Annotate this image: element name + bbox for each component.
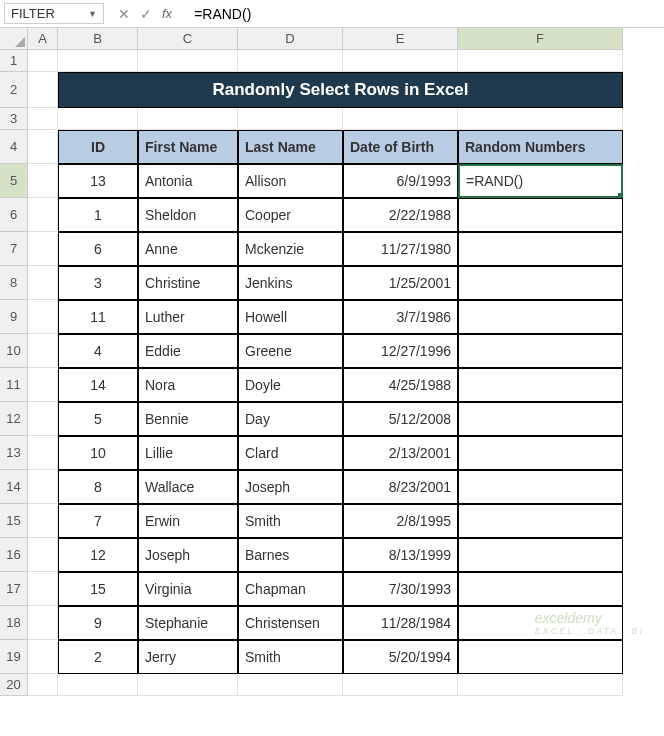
col-header-f[interactable]: F — [458, 28, 623, 50]
data-cell[interactable]: 1 — [58, 198, 138, 232]
data-cell[interactable]: Jenkins — [238, 266, 343, 300]
data-cell[interactable]: 12 — [58, 538, 138, 572]
cell[interactable] — [28, 164, 58, 198]
header-first[interactable]: First Name — [138, 130, 238, 164]
cell[interactable] — [28, 266, 58, 300]
row-header[interactable]: 20 — [0, 674, 28, 696]
data-cell[interactable]: Mckenzie — [238, 232, 343, 266]
data-cell[interactable]: Nora — [138, 368, 238, 402]
data-cell[interactable]: 6 — [58, 232, 138, 266]
data-cell[interactable]: Day — [238, 402, 343, 436]
data-cell[interactable]: Doyle — [238, 368, 343, 402]
cell[interactable] — [238, 108, 343, 130]
row-header[interactable]: 15 — [0, 504, 28, 538]
data-cell[interactable] — [458, 504, 623, 538]
cell[interactable] — [28, 538, 58, 572]
data-cell[interactable]: 8/13/1999 — [343, 538, 458, 572]
data-cell[interactable]: Christensen — [238, 606, 343, 640]
row-header[interactable]: 9 — [0, 300, 28, 334]
cell[interactable] — [343, 674, 458, 696]
data-cell[interactable] — [458, 232, 623, 266]
data-cell[interactable]: Joseph — [238, 470, 343, 504]
data-cell[interactable]: 10 — [58, 436, 138, 470]
data-cell[interactable] — [458, 436, 623, 470]
data-cell[interactable]: 2/22/1988 — [343, 198, 458, 232]
header-last[interactable]: Last Name — [238, 130, 343, 164]
data-cell[interactable]: Christine — [138, 266, 238, 300]
data-cell[interactable]: Allison — [238, 164, 343, 198]
data-cell[interactable] — [458, 402, 623, 436]
cell[interactable] — [28, 198, 58, 232]
cell[interactable] — [238, 50, 343, 72]
data-cell[interactable]: Jerry — [138, 640, 238, 674]
cell[interactable] — [28, 674, 58, 696]
data-cell[interactable]: Smith — [238, 640, 343, 674]
data-cell[interactable]: Joseph — [138, 538, 238, 572]
data-cell[interactable]: 7/30/1993 — [343, 572, 458, 606]
col-header-c[interactable]: C — [138, 28, 238, 50]
row-header[interactable]: 14 — [0, 470, 28, 504]
data-cell[interactable]: Erwin — [138, 504, 238, 538]
cell[interactable] — [28, 50, 58, 72]
data-cell[interactable] — [458, 334, 623, 368]
cell[interactable] — [458, 50, 623, 72]
row-header[interactable]: 18 — [0, 606, 28, 640]
cell[interactable] — [28, 368, 58, 402]
cell[interactable] — [28, 108, 58, 130]
accept-icon[interactable]: ✓ — [140, 6, 152, 22]
data-cell[interactable]: 4/25/1988 — [343, 368, 458, 402]
formula-input[interactable] — [188, 4, 664, 24]
row-header[interactable]: 2 — [0, 72, 28, 108]
fill-handle[interactable] — [618, 193, 623, 198]
cell[interactable] — [343, 50, 458, 72]
data-cell[interactable]: =RAND() — [458, 164, 623, 198]
data-cell[interactable]: 8 — [58, 470, 138, 504]
cell[interactable] — [28, 300, 58, 334]
data-cell[interactable]: 2/8/1995 — [343, 504, 458, 538]
data-cell[interactable]: 2 — [58, 640, 138, 674]
data-cell[interactable] — [458, 368, 623, 402]
data-cell[interactable] — [458, 198, 623, 232]
cell[interactable] — [58, 50, 138, 72]
cell[interactable] — [343, 108, 458, 130]
select-all-button[interactable] — [0, 28, 28, 50]
data-cell[interactable]: Cooper — [238, 198, 343, 232]
title-cell[interactable]: Randomly Select Rows in Excel — [58, 72, 623, 108]
data-cell[interactable]: Bennie — [138, 402, 238, 436]
data-cell[interactable] — [458, 266, 623, 300]
data-cell[interactable]: 3 — [58, 266, 138, 300]
data-cell[interactable]: Howell — [238, 300, 343, 334]
col-header-b[interactable]: B — [58, 28, 138, 50]
row-header[interactable]: 8 — [0, 266, 28, 300]
data-cell[interactable]: Barnes — [238, 538, 343, 572]
data-cell[interactable]: 15 — [58, 572, 138, 606]
data-cell[interactable]: 11 — [58, 300, 138, 334]
data-cell[interactable]: Sheldon — [138, 198, 238, 232]
header-id[interactable]: ID — [58, 130, 138, 164]
cell[interactable] — [458, 674, 623, 696]
data-cell[interactable]: 9 — [58, 606, 138, 640]
cell[interactable] — [28, 130, 58, 164]
row-header[interactable]: 12 — [0, 402, 28, 436]
data-cell[interactable]: 1/25/2001 — [343, 266, 458, 300]
data-cell[interactable] — [458, 572, 623, 606]
data-cell[interactable]: 12/27/1996 — [343, 334, 458, 368]
header-dob[interactable]: Date of Birth — [343, 130, 458, 164]
cell[interactable] — [138, 674, 238, 696]
cell[interactable] — [28, 402, 58, 436]
data-cell[interactable]: Smith — [238, 504, 343, 538]
cell[interactable] — [458, 108, 623, 130]
data-cell[interactable]: Anne — [138, 232, 238, 266]
row-header[interactable]: 7 — [0, 232, 28, 266]
cell[interactable] — [138, 108, 238, 130]
cell[interactable] — [28, 640, 58, 674]
row-header[interactable]: 1 — [0, 50, 28, 72]
data-cell[interactable]: 5/12/2008 — [343, 402, 458, 436]
data-cell[interactable]: Clard — [238, 436, 343, 470]
cell[interactable] — [28, 72, 58, 108]
data-cell[interactable]: Chapman — [238, 572, 343, 606]
cell[interactable] — [58, 108, 138, 130]
data-cell[interactable]: 11/27/1980 — [343, 232, 458, 266]
cell[interactable] — [28, 232, 58, 266]
data-cell[interactable]: 7 — [58, 504, 138, 538]
